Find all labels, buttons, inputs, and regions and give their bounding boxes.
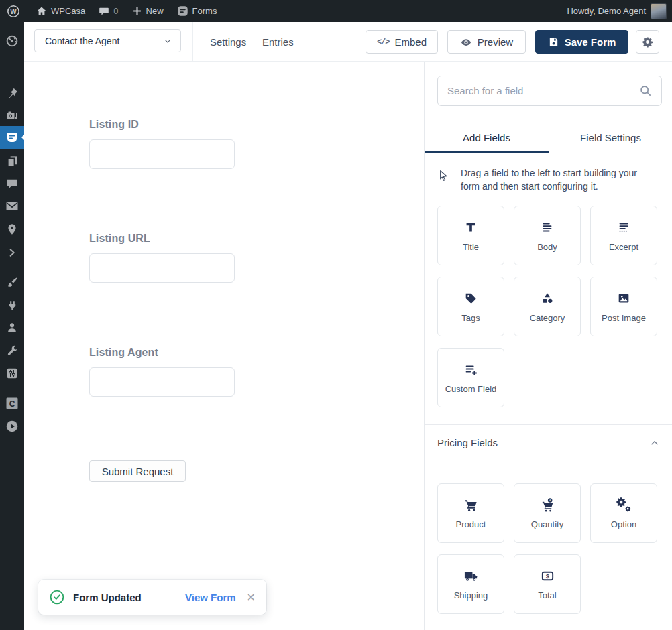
field-card-title[interactable]: Title [437,206,504,265]
sidebar-item-fluent-forms[interactable] [0,126,24,149]
plug-icon [6,299,19,312]
view-form-link[interactable]: View Form [185,592,236,603]
fluent-forms-icon [5,131,19,144]
sidebar-item-pages[interactable] [0,149,24,172]
field-card-excerpt[interactable]: Excerpt [590,206,657,265]
sliders-icon [6,367,18,379]
field-card-category[interactable]: Category [514,277,581,336]
sidebar-item-comments[interactable] [0,172,24,195]
field-card-quantity[interactable]: 2 Quantity [514,483,581,543]
fluent-forms-badge-icon [177,5,188,17]
sidebar-item-expand[interactable] [0,241,24,264]
sidebar-item-c-plugin[interactable]: C [0,392,24,415]
field-card-tags[interactable]: Tags [437,277,504,336]
user-icon [6,322,18,334]
body-lines-icon [540,219,555,235]
sidebar-item-posts[interactable] [0,82,24,105]
drag-hint-text: Drag a field to the left to start buildi… [461,166,657,193]
sidebar-item-users[interactable] [0,316,24,339]
svg-text:W: W [10,8,17,15]
field-card-option[interactable]: Option [590,483,657,543]
panel-tabs: Add Fields Field Settings [425,122,672,153]
tab-field-settings[interactable]: Field Settings [549,122,672,153]
field-card-body[interactable]: Body [514,206,581,265]
new-label: New [146,6,164,16]
svg-text:2: 2 [549,498,551,502]
success-check-icon [49,589,65,605]
image-icon [616,290,631,306]
sidebar-item-dashboard[interactable] [0,29,24,52]
wp-admin-sidebar: C [0,22,24,630]
new-content-menu[interactable]: New [125,0,170,22]
account-menu[interactable]: Howdy, Demo Agent [567,3,672,19]
chevron-up-icon[interactable] [649,438,660,448]
chevron-down-icon [163,36,172,46]
form-title: Contact the Agent [45,36,119,46]
tab-settings[interactable]: Settings [210,22,246,62]
comments-menu[interactable]: 0 [92,0,125,22]
field-card-product[interactable]: Product [437,483,504,543]
cart-icon [463,497,479,513]
total-dollar-icon: $ [540,568,555,584]
media-camera-icon [5,109,19,123]
chevron-right-icon [7,247,17,258]
pages-icon [6,155,19,168]
svg-text:C: C [9,399,15,409]
sidebar-item-listings[interactable] [0,218,24,241]
close-icon[interactable]: ✕ [247,591,256,604]
comments-bubble-icon [6,178,18,190]
location-pin-icon [6,223,18,235]
truck-icon [463,568,479,584]
save-form-button[interactable]: Save Form [535,30,628,54]
search-icon [639,84,652,97]
sidebar-item-settings[interactable] [0,362,24,385]
category-shapes-icon [540,290,555,306]
code-icon: </> [377,38,390,47]
field-label-listing-agent: Listing Agent [89,346,158,359]
field-card-shipping[interactable]: Shipping [437,554,504,614]
field-input-listing-id[interactable] [89,139,235,169]
tab-entries[interactable]: Entries [262,22,294,62]
site-link[interactable]: WPCasa [27,0,92,22]
c-letter-icon: C [5,397,19,410]
field-card-total[interactable]: $ Total [514,554,581,614]
form-settings-gear-button[interactable] [636,30,659,54]
pushpin-icon [6,87,19,100]
embed-button[interactable]: </> Embed [366,30,438,54]
field-search[interactable] [437,76,662,106]
wp-logo-menu[interactable]: W [0,0,27,22]
settings-label: Settings [210,36,246,48]
search-input[interactable] [447,85,639,97]
sidebar-item-email[interactable] [0,195,24,218]
field-card-post-image[interactable]: Post Image [590,277,657,336]
form-builder-canvas: Listing ID Listing URL Listing Agent Sub… [24,62,424,630]
form-title-dropdown[interactable]: Contact the Agent [34,29,181,52]
wrench-icon [6,344,19,357]
field-input-listing-url[interactable] [89,253,235,283]
submit-request-button[interactable]: Submit Request [89,460,186,482]
tab-add-fields[interactable]: Add Fields [425,122,549,153]
sidebar-item-tools[interactable] [0,339,24,362]
sidebar-item-appearance[interactable] [0,271,24,294]
sidebar-item-video[interactable] [0,415,24,438]
comments-count: 0 [113,6,118,16]
preview-button[interactable]: Preview [447,30,526,54]
preview-label: Preview [478,36,513,48]
excerpt-lines-icon [616,219,631,235]
field-card-custom-field[interactable]: Custom Field [437,348,504,407]
sidebar-item-media[interactable] [0,105,24,127]
floppy-disk-icon [548,36,559,48]
toast-message: Form Updated [73,592,185,603]
drag-hint: Drag a field to the left to start buildi… [437,166,659,193]
svg-text:$: $ [546,573,549,580]
gears-icon [616,497,632,513]
field-input-listing-agent[interactable] [89,367,235,397]
playlist-add-icon [463,361,478,377]
home-icon [36,6,47,17]
avatar [651,3,667,19]
forms-menu[interactable]: Forms [170,0,224,22]
play-circle-icon [5,420,19,433]
section-divider [425,424,672,425]
sidebar-item-plugins[interactable] [0,294,24,316]
tag-icon [463,290,478,306]
